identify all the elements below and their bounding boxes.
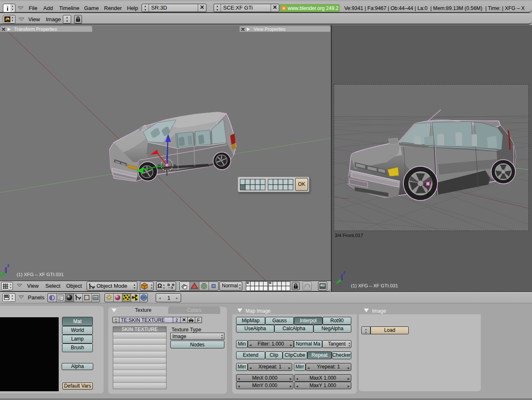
svg-text:z: z	[7, 263, 10, 268]
svg-text:3/4 Front.017: 3/4 Front.017	[335, 233, 363, 238]
svg-text:z: z	[343, 270, 346, 275]
svg-text:(1) XFG – XF GTI.031: (1) XFG – XF GTI.031	[17, 272, 64, 277]
svg-text:(1) XFG – XF GTI.031: (1) XFG – XF GTI.031	[351, 283, 398, 288]
